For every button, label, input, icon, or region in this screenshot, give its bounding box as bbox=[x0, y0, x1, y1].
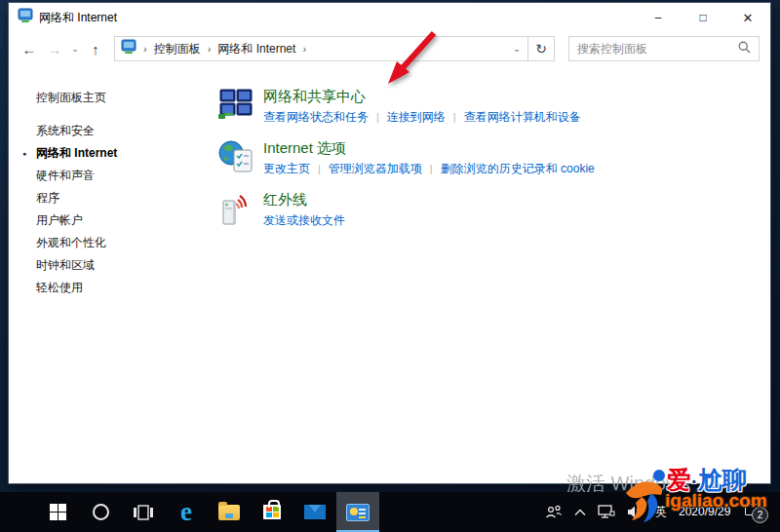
cortana-icon bbox=[93, 504, 109, 520]
section-internet-options: Internet 选项 更改主页|管理浏览器加载项|删除浏览的历史记录和 coo… bbox=[218, 138, 770, 177]
sidebar-item-hardware-sound[interactable]: 硬件和声音 bbox=[36, 165, 218, 187]
edge-button[interactable]: e bbox=[165, 492, 208, 532]
people-button[interactable] bbox=[539, 505, 568, 520]
breadcrumb-network-internet[interactable]: 网络和 Internet bbox=[214, 41, 299, 57]
task-view-icon bbox=[134, 505, 153, 520]
search-input[interactable]: 搜索控制面板 bbox=[568, 36, 760, 61]
chevron-up-icon bbox=[574, 509, 586, 516]
cortana-button[interactable] bbox=[79, 492, 122, 532]
link-delete-history-cookies[interactable]: 删除浏览的历史记录和 cookie bbox=[441, 162, 595, 175]
sidebar-item-network-internet[interactable]: ● 网络和 Internet bbox=[36, 142, 218, 165]
link-view-network-status[interactable]: 查看网络状态和任务 bbox=[263, 110, 369, 124]
window-title: 网络和 Internet bbox=[39, 10, 117, 26]
breadcrumb-control-panel[interactable]: 控制面板 bbox=[150, 41, 205, 57]
red-annotation-arrow bbox=[375, 21, 444, 98]
control-panel-icon bbox=[346, 504, 370, 521]
sidebar-item-clock-region[interactable]: 时钟和区域 bbox=[36, 254, 218, 277]
address-bar[interactable]: › 控制面板 › 网络和 Internet › ⌄ ↻ bbox=[114, 36, 555, 61]
edge-icon: e bbox=[180, 499, 192, 525]
windows-logo-icon bbox=[50, 504, 66, 520]
store-icon bbox=[263, 505, 281, 519]
section-infrared: 红外线 发送或接收文件 bbox=[218, 190, 770, 231]
network-tray-button[interactable] bbox=[592, 505, 621, 519]
section-title[interactable]: Internet 选项 bbox=[263, 138, 595, 158]
task-view-button[interactable] bbox=[122, 492, 165, 532]
file-explorer-button[interactable] bbox=[208, 492, 251, 532]
search-icon[interactable] bbox=[738, 40, 751, 57]
network-icon bbox=[598, 505, 615, 519]
network-sharing-center-icon bbox=[218, 87, 255, 126]
file-explorer-icon bbox=[218, 505, 240, 520]
up-button[interactable]: ↑ bbox=[83, 41, 108, 57]
store-button[interactable] bbox=[251, 492, 293, 532]
mail-button[interactable] bbox=[293, 492, 336, 532]
address-dropdown-icon[interactable]: ⌄ bbox=[506, 37, 527, 60]
sidebar-item-programs[interactable]: 程序 bbox=[36, 187, 218, 209]
breadcrumb-separator: › bbox=[140, 43, 150, 55]
control-panel-icon bbox=[121, 39, 136, 58]
people-icon bbox=[545, 505, 563, 520]
internet-options-icon bbox=[218, 138, 255, 177]
sidebar-item-user-accounts[interactable]: 用户帐户 bbox=[36, 209, 218, 232]
main-content: 网络和共享中心 查看网络状态和任务|连接到网络|查看网络计算机和设备 bbox=[218, 65, 770, 483]
link-view-network-computers[interactable]: 查看网络计算机和设备 bbox=[464, 110, 581, 124]
minimize-button[interactable]: – bbox=[636, 3, 681, 32]
link-send-receive-files[interactable]: 发送或接收文件 bbox=[263, 213, 345, 227]
infrared-icon bbox=[218, 190, 255, 231]
control-panel-taskbar-button[interactable] bbox=[336, 492, 379, 532]
section-network-sharing: 网络和共享中心 查看网络状态和任务|连接到网络|查看网络计算机和设备 bbox=[218, 87, 770, 126]
active-bullet-icon: ● bbox=[22, 142, 26, 165]
control-panel-icon bbox=[18, 8, 33, 27]
sidebar-item-ease-of-access[interactable]: 轻松使用 bbox=[36, 277, 218, 299]
sidebar-item-appearance[interactable]: 外观和个性化 bbox=[36, 232, 218, 254]
mail-icon bbox=[304, 505, 326, 519]
close-button[interactable]: ✕ bbox=[725, 3, 770, 32]
forward-button[interactable]: → bbox=[42, 41, 67, 57]
refresh-button[interactable]: ↻ bbox=[528, 37, 554, 60]
breadcrumb-separator: › bbox=[299, 43, 309, 55]
recent-pages-dropdown-icon[interactable]: ⌄ bbox=[67, 44, 83, 54]
search-placeholder: 搜索控制面板 bbox=[577, 41, 738, 57]
section-title[interactable]: 红外线 bbox=[263, 190, 345, 209]
breadcrumb-separator: › bbox=[205, 43, 214, 55]
maximize-button[interactable]: □ bbox=[681, 3, 725, 32]
sidebar-item-system-security[interactable]: 系统和安全 bbox=[36, 120, 218, 142]
link-change-homepage[interactable]: 更改主页 bbox=[263, 162, 310, 175]
sidebar: 控制面板主页 系统和安全 ● 网络和 Internet 硬件和声音 程序 用户帐… bbox=[9, 65, 218, 483]
site-url-text: igaliao.com bbox=[665, 490, 767, 512]
sidebar-item-home[interactable]: 控制面板主页 bbox=[36, 87, 218, 109]
back-button[interactable]: ← bbox=[17, 41, 42, 57]
link-manage-addons[interactable]: 管理浏览器加载项 bbox=[329, 162, 422, 175]
site-watermark: 爱·尬聊 igaliao.com bbox=[622, 464, 780, 528]
start-button[interactable] bbox=[36, 492, 79, 532]
tray-expand-button[interactable] bbox=[568, 509, 592, 516]
link-connect-to-network[interactable]: 连接到网络 bbox=[387, 110, 446, 124]
